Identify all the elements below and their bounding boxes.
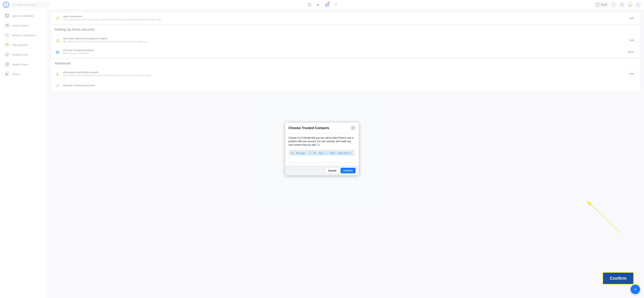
cancel-button[interactable]: Cancel — [325, 167, 339, 173]
confirm-button[interactable]: Confirm — [340, 168, 356, 173]
contact-chip-2-remove[interactable]: × — [351, 151, 352, 154]
trusted-contacts-modal: Choose Trusted Contacts × Choose 3 to 5 … — [285, 123, 359, 175]
modal-desc-text: Choose 3 to 5 friends that you can call … — [288, 137, 354, 146]
contacts-input-area[interactable]: M— McLaugh... × Ph— Ryan × Mich— Pepe Ri… — [288, 149, 356, 163]
contact-chip-0: M— McLaugh... × — [290, 151, 311, 155]
modal-description: Choose 3 to 5 friends that you can call … — [288, 136, 356, 147]
contact-chip-0-name: M— McLaugh... — [292, 152, 307, 154]
contact-chip-2-name: Mich— Pepe Rivera — [330, 152, 350, 154]
modal-body: Choose 3 to 5 friends that you can call … — [285, 134, 359, 165]
contact-chip-1: Ph— Ryan × — [312, 151, 328, 155]
callout-wrapper: Confirm — [602, 272, 634, 285]
modal-footer: Cancel Confirm — [285, 165, 359, 175]
contact-chip-1-name: Ph— Ryan — [313, 152, 324, 154]
callout-arrow-svg — [567, 231, 634, 285]
fab-icon: + — [634, 287, 636, 292]
modal-header: Choose Trusted Contacts × — [285, 123, 359, 134]
contact-chip-2: Mich— Pepe Rivera × — [329, 151, 354, 155]
contact-chip-1-remove[interactable]: × — [325, 151, 326, 154]
fab-button[interactable]: + — [630, 285, 640, 294]
contact-chip-0-remove[interactable]: × — [308, 151, 309, 154]
modal-help-link[interactable]: [?] — [317, 144, 320, 146]
modal-close-button[interactable]: × — [350, 125, 356, 131]
modal-title: Choose Trusted Contacts — [288, 126, 329, 130]
